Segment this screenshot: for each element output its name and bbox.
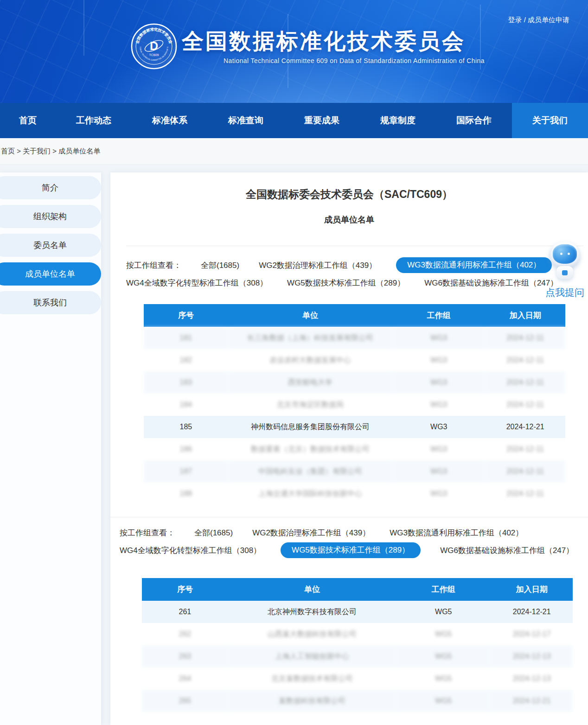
filter-tab-all[interactable]: 全部(1685) bbox=[201, 260, 239, 271]
table-header-row: 序号单位工作组加入日期 bbox=[144, 304, 565, 327]
cell-join-date: 2024-12-11 bbox=[485, 327, 565, 349]
cell-no: 182 bbox=[144, 349, 228, 371]
column-header: 工作组 bbox=[392, 304, 485, 327]
filter-tab-wg6[interactable]: WG6数据基础设施标准工作组（247） bbox=[440, 545, 574, 556]
nav-item-about[interactable]: 关于我们 bbox=[512, 103, 588, 138]
site-header: 登录 / 成员单位申请 全国数据标准化技术委员会 NATIONAL TECHNI… bbox=[0, 0, 588, 103]
login-member-apply-link[interactable]: 登录 / 成员单位申请 bbox=[508, 16, 569, 25]
decor-beam bbox=[83, 0, 84, 56]
cell-join-date: 2024-12-11 bbox=[485, 394, 565, 416]
member-row: 264北京某数据技术有限公司WG52024-12-13 bbox=[142, 668, 573, 690]
cell-join-date: 2024-12-13 bbox=[491, 668, 573, 690]
cell-no: 262 bbox=[142, 623, 228, 645]
cell-unit: 西安邮电大学 bbox=[228, 371, 393, 394]
cell-workgroup: WG3 bbox=[392, 327, 485, 349]
member-row: 185神州数码信息服务集团股份有限公司WG32024-12-21 bbox=[144, 416, 565, 438]
cell-workgroup: WG3 bbox=[392, 394, 485, 416]
cell-unit: 某数据科技有限公司 bbox=[228, 690, 396, 712]
table-header-row: 序号单位工作组加入日期 bbox=[142, 578, 573, 601]
cell-workgroup: WG3 bbox=[392, 349, 485, 371]
members-table: 序号单位工作组加入日期181长三角数据（上海）科技发展有限公司WG32024-1… bbox=[144, 304, 565, 505]
workgroup-section-1: 按工作组查看：全部(1685)WG2数据治理标准工作组（439）WG3数据流通利… bbox=[110, 256, 588, 505]
cell-workgroup: WG3 bbox=[392, 460, 485, 483]
filter-tab-wg6[interactable]: WG6数据基础设施标准工作组（247） bbox=[424, 278, 558, 288]
filter-tab-wg2[interactable]: WG2数据治理标准工作组（439） bbox=[252, 528, 370, 538]
filter-row-2: WG4全域数字化转型标准工作组（308）WG5数据技术标准工作组（289）WG6… bbox=[126, 274, 588, 292]
cell-no: 186 bbox=[144, 438, 228, 460]
sidebar-item-structure[interactable]: 组织架构 bbox=[0, 205, 101, 228]
nav-item-news[interactable]: 工作动态 bbox=[56, 103, 132, 138]
column-header: 加入日期 bbox=[485, 304, 565, 327]
cell-workgroup: WG3 bbox=[392, 416, 485, 438]
cell-no: 264 bbox=[142, 668, 228, 690]
filter-tab-wg4[interactable]: WG4全域数字化转型标准工作组（308） bbox=[120, 545, 261, 556]
cell-unit: 上海人工智能创新中心 bbox=[228, 645, 396, 668]
cell-unit: 神州数码信息服务集团股份有限公司 bbox=[228, 416, 393, 438]
nav-item-standard-search[interactable]: 标准查询 bbox=[208, 103, 284, 138]
cell-no: 183 bbox=[144, 371, 228, 394]
page-title: 全国数据标委会技术委员会（SAC/TC609） bbox=[110, 187, 588, 202]
robot-body-icon bbox=[556, 266, 573, 279]
column-header: 加入日期 bbox=[491, 578, 573, 601]
cell-workgroup: WG5 bbox=[396, 645, 491, 668]
assistant-label[interactable]: 点我提问 bbox=[543, 286, 586, 299]
filter-tab-wg2[interactable]: WG2数据治理标准工作组（439） bbox=[259, 260, 377, 271]
member-row: 186数据要素（北京）数据技术有限公司WG32024-12-11 bbox=[144, 438, 565, 460]
cell-no: 263 bbox=[142, 645, 228, 668]
member-row: 182农业农村大数据发展中心WG32024-12-11 bbox=[144, 349, 565, 371]
cell-join-date: 2024-12-17 bbox=[491, 623, 573, 645]
sidebar-item-intro[interactable]: 简介 bbox=[0, 176, 101, 199]
cell-workgroup: WG5 bbox=[396, 623, 491, 645]
filter-tab-wg3[interactable]: WG3数据流通利用标准工作组（402） bbox=[390, 528, 523, 538]
member-row: 181长三角数据（上海）科技发展有限公司WG32024-12-11 bbox=[144, 327, 565, 349]
assistant-widget[interactable]: 点我提问 bbox=[543, 241, 586, 299]
cell-join-date: 2024-12-21 bbox=[491, 690, 573, 712]
cell-unit: 北京神州数字科技有限公司 bbox=[228, 601, 396, 623]
nav-item-achievements[interactable]: 重要成果 bbox=[284, 103, 360, 138]
filter-tab-wg5[interactable]: WG5数据技术标准工作组（289） bbox=[281, 542, 421, 558]
filter-tabs: 按工作组查看：全部(1685)WG2数据治理标准工作组（439）WG3数据流通利… bbox=[110, 524, 588, 559]
cell-workgroup: WG5 bbox=[396, 690, 491, 712]
sidebar-item-contact[interactable]: 联系我们 bbox=[0, 291, 101, 314]
member-row: 184北京市海淀区数据局WG32024-12-11 bbox=[144, 394, 565, 416]
content-card: 全国数据标委会技术委员会（SAC/TC609） 成员单位名单 按工作组查看：全部… bbox=[110, 172, 588, 725]
divider bbox=[126, 246, 583, 246]
main-nav: 首页工作动态标准体系标准查询重要成果规章制度国际合作关于我们 bbox=[0, 103, 588, 138]
member-row: 187中国电科实业（集团）有限公司WG32024-12-11 bbox=[144, 460, 565, 483]
cell-no: 187 bbox=[144, 460, 228, 483]
breadcrumb[interactable]: 首页 > 关于我们 > 成员单位名单 bbox=[0, 138, 588, 165]
cell-join-date: 2024-12-21 bbox=[485, 416, 565, 438]
robot-icon bbox=[550, 241, 580, 268]
nav-item-regulations[interactable]: 规章制度 bbox=[360, 103, 436, 138]
cell-unit: 中国电科实业（集团）有限公司 bbox=[228, 460, 393, 483]
members-table: 序号单位工作组加入日期261北京神州数字科技有限公司WG52024-12-212… bbox=[142, 578, 573, 712]
cell-workgroup: WG5 bbox=[396, 601, 491, 623]
nav-item-home[interactable]: 首页 bbox=[0, 103, 56, 138]
filter-tabs: 按工作组查看：全部(1685)WG2数据治理标准工作组（439）WG3数据流通利… bbox=[110, 256, 588, 292]
filter-tab-all[interactable]: 全部(1685) bbox=[194, 528, 233, 538]
member-row: 265某数据科技有限公司WG52024-12-21 bbox=[142, 690, 573, 712]
cell-unit: 北京市海淀区数据局 bbox=[228, 394, 393, 416]
filter-tab-wg4[interactable]: WG4全域数字化转型标准工作组（308） bbox=[126, 278, 268, 288]
filter-tab-wg5[interactable]: WG5数据技术标准工作组（289） bbox=[287, 278, 405, 288]
cell-join-date: 2024-12-11 bbox=[485, 483, 565, 505]
column-header: 序号 bbox=[144, 304, 228, 327]
member-row: 188上海交通大学国际科技创新中心WG32024-12-11 bbox=[144, 483, 565, 505]
filter-row-2: WG4全域数字化转型标准工作组（308）WG5数据技术标准工作组（289）WG6… bbox=[120, 541, 588, 559]
cell-no: 181 bbox=[144, 327, 228, 349]
nav-item-standard-system[interactable]: 标准体系 bbox=[132, 103, 208, 138]
cell-unit: 山西某大数据科技有限公司 bbox=[228, 623, 396, 645]
sidebar-item-member-units[interactable]: 成员单位名单 bbox=[0, 262, 101, 286]
cell-workgroup: WG5 bbox=[396, 668, 491, 690]
sidebar-item-committee-members[interactable]: 委员名单 bbox=[0, 234, 101, 257]
workgroup-section-2: 按工作组查看：全部(1685)WG2数据治理标准工作组（439）WG3数据流通利… bbox=[110, 517, 588, 712]
filter-caption: 按工作组查看： bbox=[120, 528, 175, 538]
site-subtitle-en: National Technical Committee 609 on Data… bbox=[224, 57, 485, 64]
filter-tab-wg3[interactable]: WG3数据流通利用标准工作组（402） bbox=[396, 257, 552, 273]
column-header: 序号 bbox=[142, 578, 228, 601]
cell-join-date: 2024-12-21 bbox=[491, 601, 573, 623]
member-row: 263上海人工智能创新中心WG52024-12-13 bbox=[142, 645, 573, 668]
cell-unit: 农业农村大数据发展中心 bbox=[228, 349, 393, 371]
nav-item-international[interactable]: 国际合作 bbox=[436, 103, 512, 138]
column-header: 单位 bbox=[228, 304, 393, 327]
